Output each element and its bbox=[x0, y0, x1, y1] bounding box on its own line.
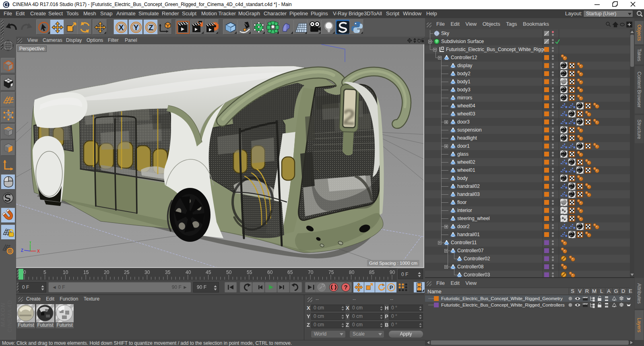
svg-text:55: 55 bbox=[247, 270, 252, 275]
svg-text:Z: Z bbox=[21, 248, 23, 253]
svg-text:10: 10 bbox=[63, 270, 68, 275]
svg-text:Z: Z bbox=[149, 24, 153, 32]
svg-text:5: 5 bbox=[43, 270, 46, 275]
svg-text:75: 75 bbox=[328, 270, 334, 275]
svg-text:X: X bbox=[119, 24, 124, 32]
svg-text:25: 25 bbox=[124, 270, 130, 275]
svg-text:P: P bbox=[390, 284, 393, 290]
svg-text:Y: Y bbox=[29, 241, 32, 245]
svg-text:70: 70 bbox=[308, 270, 314, 275]
svg-text:Y: Y bbox=[134, 24, 138, 32]
svg-text:85: 85 bbox=[369, 270, 375, 275]
svg-text:45: 45 bbox=[206, 270, 211, 275]
svg-text:2: 2 bbox=[342, 104, 355, 130]
svg-text:60: 60 bbox=[267, 270, 273, 275]
svg-text:35: 35 bbox=[165, 270, 171, 275]
svg-text:20: 20 bbox=[104, 270, 109, 275]
svg-text:0: 0 bbox=[23, 270, 26, 275]
svg-text:40: 40 bbox=[186, 270, 191, 275]
svg-text:?: ? bbox=[344, 284, 347, 290]
svg-text:X: X bbox=[37, 249, 40, 253]
svg-text:65: 65 bbox=[287, 270, 293, 275]
svg-text:15: 15 bbox=[83, 270, 89, 275]
svg-text:80: 80 bbox=[349, 270, 355, 275]
svg-text:30: 30 bbox=[144, 270, 150, 275]
svg-text:90: 90 bbox=[390, 270, 395, 275]
svg-text:50: 50 bbox=[226, 270, 232, 275]
